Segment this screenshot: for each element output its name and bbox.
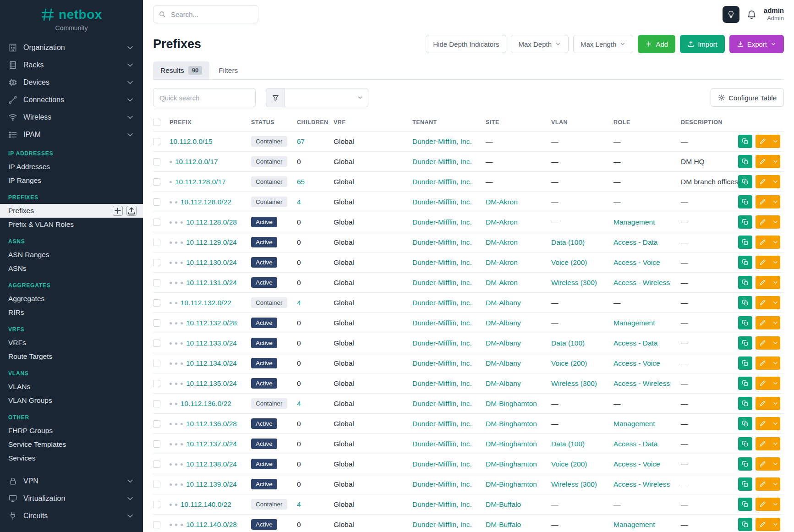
role-link[interactable]: Management [613,521,655,528]
prefix-link[interactable]: 10.112.137.0/24 [186,440,237,448]
row-checkbox[interactable] [153,420,160,428]
role-link[interactable]: Access - Wireless [613,279,670,286]
children-count-link[interactable]: 4 [297,500,301,508]
site-link[interactable]: DM-Akron [486,258,518,266]
tenant-link[interactable]: Dunder-Mifflin, Inc. [412,258,472,266]
edit-button[interactable] [756,155,770,168]
role-link[interactable]: Access - Voice [613,258,660,266]
row-checkbox[interactable] [153,501,160,508]
edit-dropdown-button[interactable] [770,276,780,289]
vlan-link[interactable]: Voice (200) [551,359,587,367]
site-link[interactable]: DM-Binghamton [486,460,537,468]
select-all-checkbox[interactable] [153,119,160,126]
sidebar-group-racks[interactable]: Racks [0,56,143,74]
edit-dropdown-button[interactable] [770,316,780,329]
column-header-description[interactable]: DESCRIPTION [681,114,723,132]
copy-button[interactable] [738,215,752,229]
copy-button[interactable] [738,336,752,350]
copy-button[interactable] [738,276,752,289]
prefix-link[interactable]: 10.112.134.0/24 [186,359,237,367]
tenant-link[interactable]: Dunder-Mifflin, Inc. [412,178,472,186]
filter-button[interactable] [266,88,285,107]
edit-dropdown-button[interactable] [770,498,780,511]
vlan-link[interactable]: Voice (200) [551,460,587,468]
row-checkbox[interactable] [153,319,160,327]
sidebar-item-service-templates[interactable]: Service Templates [0,438,143,451]
prefix-link[interactable]: 10.112.136.0/22 [181,400,231,407]
column-header-status[interactable]: STATUS [251,114,297,132]
prefix-link[interactable]: 10.112.128.0/22 [181,198,231,206]
sidebar-group-virtualization[interactable]: Virtualization [0,490,143,507]
sidebar-item-route-targets[interactable]: Route Targets [0,350,143,363]
row-checkbox[interactable] [153,219,160,226]
tenant-link[interactable]: Dunder-Mifflin, Inc. [412,137,472,145]
site-link[interactable]: DM-Albany [486,299,521,307]
edit-dropdown-button[interactable] [770,457,780,471]
edit-dropdown-button[interactable] [770,215,780,229]
copy-button[interactable] [738,477,752,491]
row-checkbox[interactable] [153,481,160,488]
sidebar-group-vpn[interactable]: VPN [0,472,143,490]
tenant-link[interactable]: Dunder-Mifflin, Inc. [412,440,472,448]
export-button[interactable]: Export [729,35,784,53]
row-checkbox[interactable] [153,461,160,468]
tenant-link[interactable]: Dunder-Mifflin, Inc. [412,299,472,307]
copy-button[interactable] [738,175,752,188]
edit-button[interactable] [756,276,770,289]
site-link[interactable]: DM-Akron [486,238,518,246]
notifications-button[interactable] [746,9,757,20]
vlan-link[interactable]: Data (100) [551,339,585,347]
tenant-link[interactable]: Dunder-Mifflin, Inc. [412,359,472,367]
tenant-link[interactable]: Dunder-Mifflin, Inc. [412,279,472,286]
row-checkbox[interactable] [153,259,160,266]
edit-button[interactable] [756,356,770,370]
edit-dropdown-button[interactable] [770,377,780,390]
sidebar-item-asns[interactable]: ASNs [0,262,143,275]
sidebar-item-prefix-vlan-roles[interactable]: Prefix & VLAN Roles [0,218,143,231]
row-checkbox[interactable] [153,279,160,286]
children-count-link[interactable]: 67 [297,137,305,145]
column-header-vrf[interactable]: VRF [334,114,412,132]
vlan-link[interactable]: Data (100) [551,238,585,246]
tenant-link[interactable]: Dunder-Mifflin, Inc. [412,500,472,508]
copy-button[interactable] [738,377,752,390]
edit-button[interactable] [756,417,770,430]
edit-button[interactable] [756,477,770,491]
user-menu[interactable]: admin Admin [764,6,784,22]
copy-button[interactable] [738,437,752,450]
site-link[interactable]: DM-Akron [486,198,518,206]
tenant-link[interactable]: Dunder-Mifflin, Inc. [412,339,472,347]
prefix-link[interactable]: 10.112.130.0/24 [186,258,237,266]
site-link[interactable]: DM-Buffalo [486,521,521,528]
max-length-dropdown[interactable]: Max Length [573,35,633,53]
edit-dropdown-button[interactable] [770,518,780,531]
role-link[interactable]: Access - Voice [613,359,660,367]
copy-button[interactable] [738,195,752,208]
sidebar-group-wireless[interactable]: Wireless [0,109,143,126]
sidebar-item-ip-ranges[interactable]: IP Ranges [0,174,143,187]
column-header-site[interactable]: SITE [486,114,551,132]
tenant-link[interactable]: Dunder-Mifflin, Inc. [412,460,472,468]
edit-dropdown-button[interactable] [770,336,780,350]
row-checkbox[interactable] [153,400,160,407]
row-checkbox[interactable] [153,340,160,347]
edit-button[interactable] [756,518,770,531]
tenant-link[interactable]: Dunder-Mifflin, Inc. [412,218,472,226]
copy-button[interactable] [738,155,752,168]
role-link[interactable]: Management [613,218,655,226]
prefix-link[interactable]: 10.112.128.0/28 [186,218,237,226]
theme-toggle-button[interactable] [723,6,739,23]
import-button[interactable]: Import [680,35,725,53]
edit-dropdown-button[interactable] [770,236,780,249]
column-header-vlan[interactable]: VLAN [551,114,613,132]
column-header-role[interactable]: ROLE [613,114,681,132]
children-count-link[interactable]: 4 [297,299,301,307]
tenant-link[interactable]: Dunder-Mifflin, Inc. [412,158,472,165]
prefix-link[interactable]: 10.112.135.0/24 [186,379,237,387]
vlan-link[interactable]: Wireless (300) [551,480,597,488]
sidebar-item-vlans[interactable]: VLANs [0,380,143,394]
sidebar-group-devices[interactable]: Devices [0,74,143,91]
vlan-link[interactable]: Wireless (300) [551,379,597,387]
prefix-link[interactable]: 10.112.0.0/15 [170,137,213,145]
row-checkbox[interactable] [153,380,160,387]
